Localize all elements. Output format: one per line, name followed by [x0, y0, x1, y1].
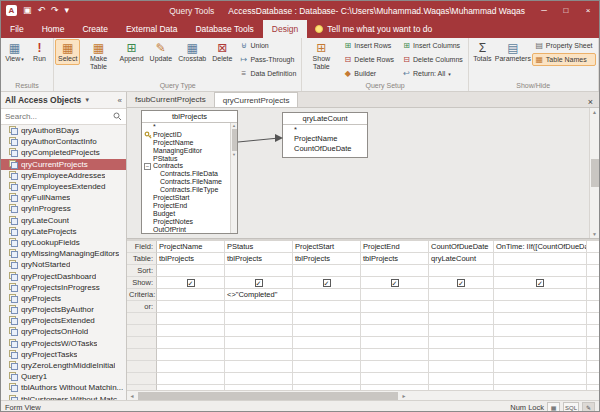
grid-cell[interactable] [587, 349, 599, 361]
grid-cell[interactable] [429, 373, 494, 385]
sidebar-item-qryprojectsbyauthor[interactable]: qryProjectsByAuthor [1, 304, 126, 315]
grid-cell[interactable] [587, 253, 599, 265]
data-definition-button[interactable]: ≡Data Definition [236, 67, 299, 80]
tell-me-box[interactable]: Tell me what you want to do [315, 24, 432, 34]
grid-cell[interactable] [225, 361, 293, 373]
ribbon-tab-external-data[interactable]: External Data [117, 20, 187, 38]
grid-cell[interactable] [157, 337, 225, 349]
field-projectid[interactable]: ProjectID [142, 131, 237, 139]
qat-dropdown-icon[interactable]: ▾ [65, 6, 70, 15]
field-outofprint[interactable]: OutOfPrint [142, 226, 237, 234]
sidebar-item-qryprojects[interactable]: qryProjects [1, 293, 126, 304]
scroll-left-icon[interactable]: ◄ [127, 393, 137, 399]
grid-cell[interactable] [429, 337, 494, 349]
grid-cell[interactable] [587, 361, 599, 373]
grid-cell[interactable] [293, 325, 361, 337]
sidebar-item-qryauthorbdays[interactable]: qryAuthorBDays [1, 125, 126, 136]
sidebar-item-qrynotstarted[interactable]: qryNotStarted [1, 259, 126, 270]
grid-cell[interactable] [293, 349, 361, 361]
grid-cell[interactable] [494, 373, 587, 385]
grid-cell[interactable] [494, 325, 587, 337]
sidebar-item-qryprojectsonhold[interactable]: qryProjectsOnHold [1, 326, 126, 337]
sidebar-item-qryprojectsinprogress[interactable]: qryProjectsInProgress [1, 282, 126, 293]
grid-cell[interactable]: qryLateCount [429, 253, 494, 265]
grid-cell[interactable] [293, 301, 361, 313]
grid-cell[interactable]: ProjectName [157, 241, 225, 253]
sidebar-item-qryemployeesextended[interactable]: qryEmployeesExtended [1, 181, 126, 192]
grid-cell[interactable] [293, 289, 361, 301]
property-sheet-button[interactable]: ▤Property Sheet [532, 39, 596, 52]
grid-cell[interactable]: CountOfDueDate [429, 241, 494, 253]
grid-cell[interactable] [494, 385, 587, 390]
grid-cell[interactable] [157, 289, 225, 301]
sidebar-item-qryprojecttasks[interactable]: qryProjectTasks [1, 349, 126, 360]
collapse-icon[interactable]: − [144, 163, 151, 170]
grid-cell[interactable] [494, 253, 587, 265]
grid-cell[interactable] [225, 313, 293, 325]
show-checkbox[interactable]: ✓ [457, 279, 465, 287]
grid-cell[interactable] [293, 373, 361, 385]
grid-cell[interactable]: ✓ [361, 277, 429, 289]
grid-cell[interactable] [494, 349, 587, 361]
grid-cell[interactable] [494, 265, 587, 277]
grid-cell[interactable] [293, 385, 361, 390]
horizontal-scrollbar[interactable]: ◄ ► [127, 390, 599, 400]
builder-button[interactable]: ◆Builder [340, 67, 397, 80]
grid-cell[interactable] [494, 313, 587, 325]
scrollbar-thumb[interactable] [138, 392, 398, 400]
grid-cell[interactable]: ProjectStart [293, 241, 361, 253]
field-[interactable]: * [142, 123, 237, 131]
grid-cell[interactable] [157, 385, 225, 390]
grid-cell[interactable] [587, 265, 599, 277]
delete-button[interactable]: ⊠Delete [209, 39, 235, 65]
grid-cell[interactable] [361, 349, 429, 361]
sidebar-item-qrymissingmanagingeditors[interactable]: qryMissingManagingEditors [1, 248, 126, 259]
grid-cell[interactable]: ✓ [293, 277, 361, 289]
sidebar-item-qryemployeeaddresses[interactable]: qryEmployeeAddresses [1, 170, 126, 181]
crosstab-button[interactable]: ▦Crosstab [175, 39, 209, 65]
chevron-down-icon[interactable]: ▼ [84, 97, 90, 103]
grid-cell[interactable] [587, 301, 599, 313]
field-pstatus[interactable]: PStatus [142, 155, 237, 163]
sidebar-item-qrylookupfields[interactable]: qryLookupFields [1, 237, 126, 248]
search-input[interactable] [5, 112, 113, 121]
grid-cell[interactable] [587, 385, 599, 390]
sidebar-item-qryzerolengthmiddleinitial[interactable]: qryZeroLengthMiddleInitial [1, 360, 126, 371]
grid-cell[interactable] [494, 289, 587, 301]
grid-cell[interactable]: tblProjects [225, 253, 293, 265]
update-button[interactable]: ✎Update [147, 39, 176, 65]
sidebar-item-qrylateprojects[interactable]: qryLateProjects [1, 226, 126, 237]
grid-cell[interactable] [361, 385, 429, 390]
grid-cell[interactable] [293, 361, 361, 373]
scrollbar-thumb[interactable] [591, 159, 599, 187]
undo-icon[interactable]: ↶ [38, 6, 46, 15]
sidebar-item-qrycompletedprojects[interactable]: qryCompletedProjects [1, 147, 126, 158]
show-table-button[interactable]: ⊞Show Table [303, 39, 339, 73]
grid-cell[interactable] [361, 337, 429, 349]
show-checkbox[interactable]: ✓ [536, 279, 544, 287]
field-[interactable]: * [283, 125, 367, 135]
grid-cell[interactable]: ✓ [225, 277, 293, 289]
grid-cell[interactable] [157, 373, 225, 385]
grid-cell[interactable] [157, 325, 225, 337]
field-projectname[interactable]: ProjectName [142, 139, 237, 147]
maximize-button[interactable]: □ [555, 1, 577, 20]
vertical-scrollbar[interactable]: ▲ ▼ [589, 108, 599, 238]
show-checkbox[interactable]: ✓ [255, 279, 263, 287]
search-box[interactable] [1, 109, 126, 125]
pass-through-button[interactable]: ↦Pass-Through [236, 53, 299, 66]
grid-cell[interactable]: tblProjects [361, 253, 429, 265]
grid-cell[interactable] [587, 289, 599, 301]
sidebar-item-qryinprogress[interactable]: qryInProgress [1, 203, 126, 214]
field-contracts-filetype[interactable]: Contracts.FileType [142, 186, 237, 194]
parameters-button[interactable]: ▤Parameters [495, 39, 531, 65]
grid-cell[interactable] [293, 313, 361, 325]
grid-cell[interactable] [225, 337, 293, 349]
grid-cell[interactable] [361, 313, 429, 325]
grid-cell[interactable] [494, 301, 587, 313]
grid-cell[interactable] [361, 373, 429, 385]
grid-cell[interactable] [361, 301, 429, 313]
table-names-button[interactable]: ▦Table Names [532, 53, 596, 66]
field-projectnotes[interactable]: ProjectNotes [142, 218, 237, 226]
delete-columns-button[interactable]: ⊟Delete Columns [399, 53, 466, 66]
